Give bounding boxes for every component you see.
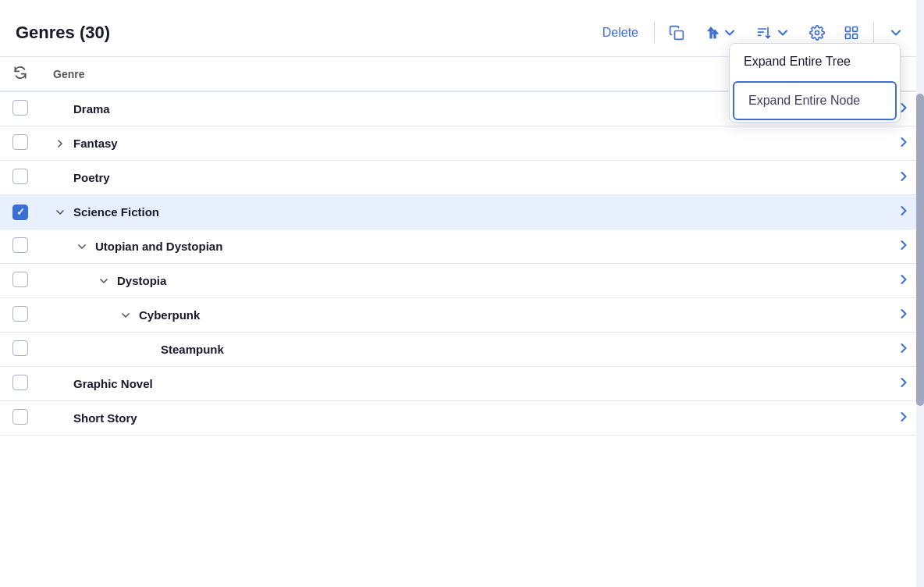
svg-rect-7 <box>846 34 851 39</box>
th-genre: Genre <box>41 57 773 92</box>
checkbox-cell[interactable] <box>0 367 41 401</box>
th-refresh[interactable] <box>0 57 41 92</box>
table-row: Dystopia <box>0 264 924 298</box>
row-checkbox[interactable] <box>12 169 28 184</box>
table-row: Utopian and Dystopian <box>0 229 924 264</box>
settings-button[interactable] <box>805 22 830 44</box>
sort-desc-icon <box>756 25 772 41</box>
sort-asc-icon <box>703 25 719 41</box>
genre-name-label: Fantasy <box>73 137 118 150</box>
expand-dropdown-menu: Expand Entire Tree Expand Entire Node <box>729 43 901 123</box>
vertical-divider-2 <box>873 22 874 44</box>
expand-node-item[interactable]: Expand Entire Node <box>733 81 897 120</box>
genre-name-label: Cyberpunk <box>139 308 200 322</box>
svg-rect-5 <box>846 27 851 32</box>
genre-name-cell: Short Story <box>41 401 773 436</box>
row-checkbox[interactable] <box>12 100 28 116</box>
checkbox-cell[interactable] <box>0 126 41 161</box>
expand-chevron-icon[interactable] <box>75 240 89 253</box>
genre-name-label: Graphic Novel <box>73 377 153 390</box>
copy-icon <box>669 25 684 41</box>
row-nav-arrow[interactable] <box>773 126 924 161</box>
sort-asc-chevron-icon <box>722 25 737 41</box>
table-row: Steampunk <box>0 333 924 367</box>
expand-tree-item[interactable]: Expand Entire Tree <box>730 44 900 80</box>
expand-chevron-icon <box>888 25 904 41</box>
sort-desc-button[interactable] <box>752 22 795 44</box>
table-row: Poetry <box>0 161 924 195</box>
vertical-divider <box>654 22 655 44</box>
delete-button[interactable]: Delete <box>596 23 645 43</box>
table-row: Short Story <box>0 401 924 436</box>
row-checkbox[interactable] <box>12 237 28 253</box>
sort-asc-button[interactable] <box>698 22 742 44</box>
row-nav-arrow[interactable] <box>773 161 924 195</box>
genre-name-label: Short Story <box>73 411 137 425</box>
row-checkbox[interactable] <box>12 205 28 220</box>
scrollbar-track[interactable] <box>916 0 924 587</box>
genre-name-label: Drama <box>73 102 110 116</box>
checkbox-cell[interactable] <box>0 195 41 229</box>
copy-button[interactable] <box>664 22 689 44</box>
svg-rect-8 <box>853 34 858 39</box>
svg-rect-0 <box>675 31 684 40</box>
expand-chevron-icon[interactable] <box>53 137 67 150</box>
checkbox-cell[interactable] <box>0 161 41 195</box>
genre-name-cell: Graphic Novel <box>41 367 773 401</box>
expand-chevron-icon[interactable] <box>53 206 67 219</box>
main-content: Genres (30) Delete <box>0 0 924 587</box>
checkbox-cell[interactable] <box>0 401 41 436</box>
row-nav-arrow[interactable] <box>773 298 924 333</box>
genre-name-label: Utopian and Dystopian <box>95 240 222 253</box>
checkbox-cell[interactable] <box>0 298 41 333</box>
row-nav-arrow[interactable] <box>773 195 924 229</box>
table-title: Genres (30) <box>16 23 110 43</box>
genre-name-label: Steampunk <box>161 343 224 356</box>
expand-chevron-icon[interactable] <box>97 275 111 287</box>
expand-dropdown-button[interactable] <box>883 22 908 44</box>
checkbox-cell[interactable] <box>0 229 41 264</box>
table-row: Cyberpunk <box>0 298 924 333</box>
genre-name-cell: Poetry <box>41 161 773 195</box>
row-nav-arrow[interactable] <box>773 367 924 401</box>
genre-name-cell: Steampunk <box>41 333 773 367</box>
checkbox-cell[interactable] <box>0 264 41 298</box>
grid-icon <box>844 25 859 41</box>
svg-rect-6 <box>853 27 858 32</box>
sort-desc-chevron-icon <box>775 25 791 41</box>
checkbox-cell[interactable] <box>0 91 41 126</box>
genre-name-cell: Drama <box>41 91 773 126</box>
header-actions: Delete <box>596 22 908 44</box>
gear-icon <box>809 25 825 41</box>
scrollbar-thumb[interactable] <box>916 94 924 406</box>
genre-name-cell: Cyberpunk <box>41 298 773 333</box>
genre-name-cell: Fantasy <box>41 126 773 161</box>
genre-name-label: Dystopia <box>117 274 166 287</box>
svg-point-4 <box>816 31 819 35</box>
row-checkbox[interactable] <box>12 134 28 150</box>
row-nav-arrow[interactable] <box>773 401 924 436</box>
genre-name-cell: Science Fiction <box>41 195 773 229</box>
row-checkbox[interactable] <box>12 340 28 356</box>
genre-name-label: Poetry <box>73 171 110 184</box>
row-checkbox[interactable] <box>12 409 28 425</box>
row-nav-arrow[interactable] <box>773 333 924 367</box>
row-checkbox[interactable] <box>12 272 28 287</box>
table-row: Fantasy <box>0 126 924 161</box>
grid-view-button[interactable] <box>839 22 864 44</box>
refresh-icon <box>12 65 28 80</box>
row-nav-arrow[interactable] <box>773 264 924 298</box>
genre-name-cell: Utopian and Dystopian <box>41 229 773 264</box>
table-row: Graphic Novel <box>0 367 924 401</box>
table-row: Science Fiction <box>0 195 924 229</box>
page-container: Genres (30) Delete <box>0 0 924 587</box>
table-body: DramaFantasyPoetryScience FictionUtopian… <box>0 91 924 436</box>
checkbox-cell[interactable] <box>0 333 41 367</box>
row-nav-arrow[interactable] <box>773 229 924 264</box>
genre-name-cell: Dystopia <box>41 264 773 298</box>
genre-name-label: Science Fiction <box>73 205 159 219</box>
row-checkbox[interactable] <box>12 306 28 322</box>
expand-chevron-icon[interactable] <box>119 309 133 322</box>
row-checkbox[interactable] <box>12 375 28 390</box>
